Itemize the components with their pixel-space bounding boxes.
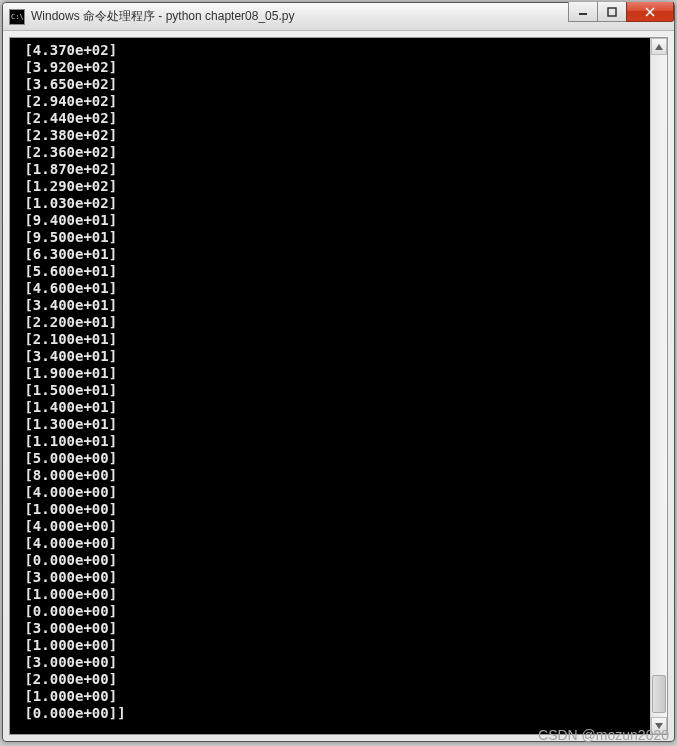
scrollbar-thumb[interactable] <box>652 675 666 713</box>
chevron-up-icon <box>655 44 663 50</box>
close-button[interactable] <box>626 2 674 22</box>
maximize-button[interactable] <box>597 2 627 22</box>
window-frame: C:\ Windows 命令处理程序 - python chapter08_05… <box>2 2 675 742</box>
window-controls <box>569 2 674 22</box>
console-area[interactable]: [4.370e+02] [3.920e+02] [3.650e+02] [2.9… <box>9 37 668 735</box>
watermark: CSDN @mozun2020 <box>538 727 669 743</box>
console-output: [4.370e+02] [3.920e+02] [3.650e+02] [2.9… <box>16 42 661 735</box>
svg-marker-6 <box>655 44 663 50</box>
minimize-icon <box>578 7 588 17</box>
svg-rect-3 <box>608 8 616 16</box>
maximize-icon <box>607 7 617 17</box>
scrollbar-track[interactable] <box>651 55 667 717</box>
cmd-icon: C:\ <box>9 9 25 25</box>
titlebar[interactable]: C:\ Windows 命令处理程序 - python chapter08_05… <box>3 3 674 31</box>
close-icon <box>644 7 656 17</box>
svg-text:C:\: C:\ <box>11 13 24 21</box>
scroll-up-button[interactable] <box>651 38 667 55</box>
minimize-button[interactable] <box>568 2 598 22</box>
vertical-scrollbar[interactable] <box>650 38 667 734</box>
window-title: Windows 命令处理程序 - python chapter08_05.py <box>31 8 294 25</box>
